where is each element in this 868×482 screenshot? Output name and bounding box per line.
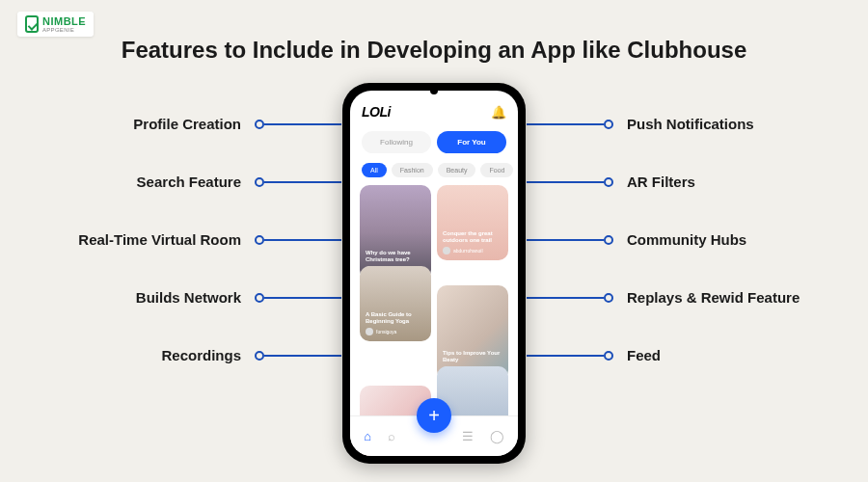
- connector-dot: [255, 293, 264, 303]
- feature-right-0: Push Notifications: [627, 116, 754, 132]
- phone-mockup: LOLi 🔔 Following For You All Fashion Bea…: [342, 83, 526, 464]
- phone-camera-icon: [430, 87, 438, 94]
- feed-card[interactable]: A Basic Guide to Beginning Yoga fonsigoy…: [360, 266, 431, 341]
- connector-dot: [604, 177, 613, 187]
- card-user: fonsigoya: [366, 328, 425, 335]
- add-button[interactable]: +: [417, 398, 451, 433]
- card-title: Why do we have Christmas tree?: [366, 250, 425, 263]
- brand-logo: NIMBLE APPGENIE: [17, 12, 94, 37]
- chip-beauty[interactable]: Beauty: [438, 163, 476, 177]
- category-chips: All Fashion Beauty Food: [350, 159, 518, 185]
- card-title: Conquer the great outdoors one trail: [443, 230, 502, 244]
- connector-dot: [255, 120, 264, 129]
- connector-line: [264, 181, 341, 183]
- chat-icon[interactable]: ☰: [462, 429, 474, 443]
- search-icon[interactable]: ⌕: [388, 429, 395, 443]
- connector-dot: [255, 235, 264, 245]
- feed-tabs: Following For You: [350, 125, 518, 159]
- avatar: [443, 247, 450, 254]
- connector-dot: [604, 235, 613, 245]
- connector-line: [264, 355, 341, 357]
- connector-line: [264, 123, 341, 125]
- feed-card[interactable]: Conquer the great outdoors one trail abd…: [437, 185, 508, 260]
- feature-left-1: Search Feature: [137, 174, 241, 190]
- tab-foryou[interactable]: For You: [437, 131, 506, 153]
- logo-main: NIMBLE: [42, 16, 86, 27]
- connector-line: [527, 123, 604, 125]
- phone-screen: LOLi 🔔 Following For You All Fashion Bea…: [350, 91, 518, 456]
- connector-dot: [604, 351, 613, 361]
- connector-dot: [604, 293, 613, 303]
- chip-food[interactable]: Food: [480, 163, 513, 177]
- feature-left-2: Real-Time Virtual Room: [78, 231, 241, 248]
- connector-line: [527, 355, 604, 357]
- feature-right-4: Feed: [627, 347, 661, 363]
- card-user: abdurrohanoil: [443, 247, 502, 254]
- connector-line: [527, 181, 604, 183]
- connector-line: [527, 297, 604, 299]
- tab-following[interactable]: Following: [362, 131, 431, 153]
- feature-left-3: Builds Network: [136, 289, 241, 306]
- feature-right-2: Community Hubs: [627, 231, 746, 248]
- logo-sub: APPGENIE: [42, 27, 86, 33]
- connector-line: [264, 297, 341, 299]
- feature-right-1: AR Filters: [627, 174, 695, 190]
- feature-diagram: Profile Creation Search Feature Real-Tim…: [0, 71, 868, 467]
- chip-fashion[interactable]: Fashion: [392, 163, 433, 177]
- card-title: A Basic Guide to Beginning Yoga: [366, 311, 425, 325]
- connector-dot: [604, 120, 613, 129]
- card-title: Tips to Improve Your Beaty: [443, 350, 502, 363]
- feature-left-0: Profile Creation: [133, 116, 241, 132]
- home-icon[interactable]: ⌂: [364, 429, 371, 443]
- app-header: LOLi 🔔: [350, 91, 518, 125]
- connector-line: [527, 239, 604, 241]
- profile-icon[interactable]: ◯: [490, 429, 504, 443]
- app-logo: LOLi: [362, 104, 391, 120]
- connector-dot: [255, 351, 264, 361]
- connector-line: [264, 239, 341, 241]
- feature-right-3: Replays & Rewid Feature: [627, 289, 800, 306]
- page-title: Features to Include in Developing an App…: [0, 37, 868, 64]
- connector-dot: [255, 177, 264, 187]
- logo-icon: [25, 15, 39, 33]
- feature-left-4: Recordings: [161, 347, 241, 363]
- bell-icon[interactable]: 🔔: [491, 105, 506, 120]
- chip-all[interactable]: All: [362, 163, 387, 177]
- avatar: [366, 328, 373, 335]
